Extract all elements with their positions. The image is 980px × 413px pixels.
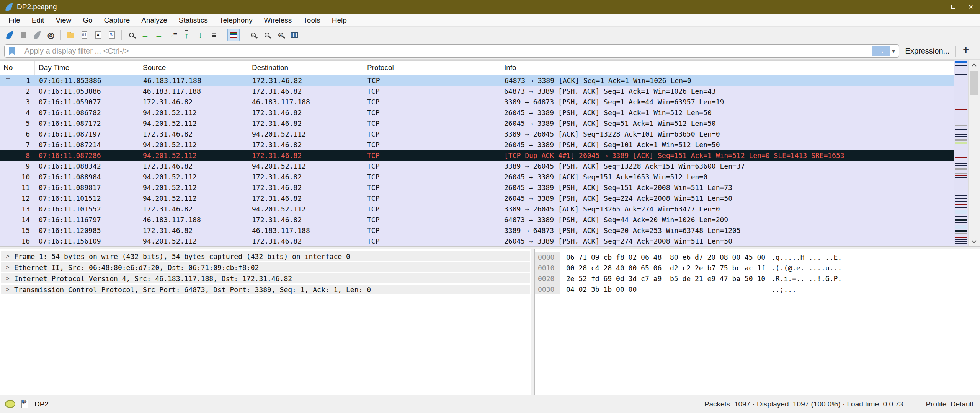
expand-chevron-icon[interactable]: > [1,286,14,293]
filter-bookmark-button[interactable] [5,45,20,57]
detail-line[interactable]: >Frame 1: 54 bytes on wire (432 bits), 5… [1,251,530,261]
expand-chevron-icon[interactable]: > [1,253,14,260]
minimap-mark [955,136,967,137]
display-filter-input[interactable] [20,47,872,55]
minimap-mark [955,201,967,202]
hex-row[interactable]: 000006 71 09 cb f8 02 06 48 80 e6 d7 20 … [535,252,980,262]
intelligent-scrollbar-minimap[interactable] [954,60,968,246]
packet-row[interactable]: 707:16:11.08721494.201.52.112172.31.46.8… [0,139,954,150]
detail-line[interactable]: >Internet Protocol Version 4, Src: 46.18… [1,273,530,283]
packet-row[interactable]: 807:16:11.08728694.201.52.112172.31.46.8… [0,150,954,161]
packet-row[interactable]: 107:16:11.05388646.183.117.188172.31.46.… [0,75,954,86]
add-filter-button[interactable]: + [956,44,976,58]
maximize-icon[interactable] [944,0,962,14]
col-no: 2 [0,87,35,95]
header-source[interactable]: Source [139,61,248,75]
menu-view[interactable]: View [50,14,77,27]
packet-row[interactable]: 407:16:11.08678294.201.52.112172.31.46.8… [0,107,954,118]
horizontal-splitter[interactable] [0,246,980,249]
hex-row[interactable]: 001000 28 c4 28 40 00 65 06 d2 c2 2e b7 … [535,262,980,273]
go-last-packet-icon[interactable]: ↓ [194,29,206,41]
menu-file[interactable]: File [3,14,26,27]
open-file-icon[interactable] [64,29,77,41]
close-file-icon[interactable]: ✕ [92,29,104,41]
header-protocol[interactable]: Protocol [363,61,500,75]
save-file-icon[interactable]: 01 [78,29,90,41]
packet-row[interactable]: 207:16:11.05388646.183.117.188172.31.46.… [0,86,954,96]
col-info: 26045 → 3389 [PSH, ACK] Seq=101 Ack=1 Wi… [500,141,954,149]
col-source: 94.201.52.112 [139,151,248,159]
menu-wireless[interactable]: Wireless [258,14,298,27]
packet-row[interactable]: 1507:16:11.120985172.31.46.8246.183.117.… [0,225,954,236]
menu-tools[interactable]: Tools [297,14,326,27]
menu-telephony[interactable]: Telephony [214,14,258,27]
zoom-out-icon[interactable]: − [261,29,273,41]
hex-ascii: .q.....H ... ..E. [771,253,842,261]
apply-filter-button[interactable]: → [872,46,890,56]
profile-label[interactable]: Profile: Default [916,400,980,408]
packet-row[interactable]: 907:16:11.088342172.31.46.8294.201.52.11… [0,161,954,171]
minimap-mark [955,142,967,144]
header-no[interactable]: No [0,61,35,75]
detail-line[interactable]: >Ethernet II, Src: 06:48:80:e6:d7:20, Ds… [1,262,530,272]
packet-rows: 107:16:11.05388646.183.117.188172.31.46.… [0,75,954,246]
stop-capture-icon[interactable] [17,29,29,41]
expert-info-icon[interactable] [5,400,15,408]
col-no: 5 [0,119,35,127]
go-back-icon[interactable]: ← [139,29,151,41]
close-icon[interactable]: ✕ [962,0,980,14]
packet-row[interactable]: 307:16:11.059077172.31.46.8246.183.117.1… [0,96,954,107]
menu-help[interactable]: Help [326,14,353,27]
menu-statistics[interactable]: Statistics [173,14,214,27]
scrollbar-thumb[interactable] [970,71,978,95]
capture-options-icon[interactable]: ◎ [45,29,57,41]
filter-dropdown-chevron-icon[interactable]: ▾ [892,48,895,54]
minimap-mark [955,222,967,223]
hex-bytes: 2e 52 fd 69 0d 3d c7 a9 b5 de 21 e9 47 b… [560,275,771,283]
hex-offset: 0000 [535,252,560,262]
go-forward-icon[interactable]: → [153,29,165,41]
go-first-packet-icon[interactable]: ↑ [180,29,193,41]
menu-edit[interactable]: Edit [26,14,50,27]
packet-row[interactable]: 1407:16:11.11679746.183.117.188172.31.46… [0,214,954,225]
hex-row[interactable]: 003004 02 3b 1b 00 00..;... [535,284,980,294]
header-info[interactable]: Info [500,61,954,75]
detail-line[interactable]: >Transmission Control Protocol, Src Port… [1,285,530,294]
expression-button[interactable]: Expression... [899,47,956,55]
toolbar-separator [243,30,243,40]
vertical-splitter[interactable] [531,249,535,395]
packet-row[interactable]: 1007:16:11.08898494.201.52.112172.31.46.… [0,171,954,182]
start-capture-icon[interactable] [3,29,16,41]
capture-comment-icon[interactable]: ✎ [21,400,28,408]
packet-row[interactable]: 507:16:11.08717294.201.52.112172.31.46.8… [0,118,954,128]
expand-chevron-icon[interactable]: > [1,275,14,282]
hex-offset: 0010 [535,262,560,273]
packet-list-scrollbar[interactable] [968,60,980,246]
packet-row[interactable]: 607:16:11.087197172.31.46.8294.201.52.11… [0,128,954,139]
menu-go[interactable]: Go [77,14,98,27]
packet-row[interactable]: 1307:16:11.101552172.31.46.8294.201.52.1… [0,203,954,214]
hex-row[interactable]: 00202e 52 fd 69 0d 3d c7 a9 b5 de 21 e9 … [535,273,980,284]
packet-row[interactable]: 1607:16:11.15610994.201.52.112172.31.46.… [0,236,954,246]
scroll-down-icon[interactable] [972,238,977,243]
minimap-mark [955,70,967,70]
packet-row[interactable]: 1107:16:11.08981794.201.52.112172.31.46.… [0,182,954,193]
packet-row[interactable]: 1207:16:11.10151294.201.52.112172.31.46.… [0,193,954,203]
reload-file-icon[interactable]: ↻ [106,29,118,41]
menu-capture[interactable]: Capture [98,14,136,27]
display-filter-box: → ▾ [4,44,899,58]
restart-capture-icon[interactable] [31,29,43,41]
minimize-icon[interactable] [927,0,944,14]
auto-scroll-icon[interactable]: ≡ [208,29,220,41]
go-to-packet-icon[interactable]: ≡→ [167,29,179,41]
zoom-reset-icon[interactable]: = [274,29,287,41]
header-destination[interactable]: Destination [248,61,363,75]
expand-chevron-icon[interactable]: > [1,264,14,271]
resize-columns-icon[interactable] [288,29,301,41]
header-day-time[interactable]: Day Time [35,61,139,75]
menu-analyze[interactable]: Analyze [136,14,173,27]
colorize-packets-icon[interactable] [227,29,240,41]
zoom-in-icon[interactable]: + [247,29,259,41]
find-packet-icon[interactable] [125,29,137,41]
scroll-up-icon[interactable] [972,63,977,68]
